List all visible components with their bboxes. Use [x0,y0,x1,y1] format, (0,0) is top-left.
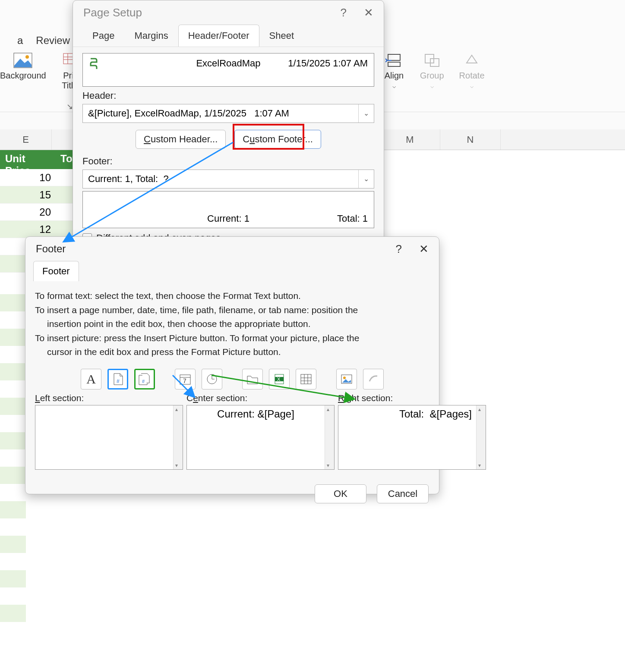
left-section-input[interactable] [35,405,183,470]
footer-preview: Current: 1 Total: 1 [82,191,374,228]
dialog-title: Footer [36,243,66,255]
ribbon-background-button[interactable]: Background [0,52,46,81]
insert-sheet-name-button[interactable] [296,369,316,389]
close-button[interactable]: ✕ [419,242,429,256]
custom-footer-button[interactable]: Custom Footer... [234,130,321,149]
chevron-down-icon: ⌵ [430,82,434,89]
right-section-label: Right section: [338,393,486,403]
insert-number-of-pages-button[interactable]: # [134,369,155,389]
dialog-launcher-icon[interactable]: ↘ [66,102,73,111]
insert-date-button[interactable]: 7 [175,369,196,389]
header-label: Header: [82,90,374,101]
tab-header-footer[interactable]: Header/Footer [178,25,259,47]
insert-time-button[interactable] [202,369,222,389]
insert-file-name-button[interactable]: X [269,369,290,389]
center-section-input[interactable] [186,405,335,470]
table-row[interactable]: 12 [0,221,73,238]
svg-rect-8 [388,62,400,66]
insert-file-path-button[interactable] [242,369,263,389]
table-row[interactable]: 20 [0,204,73,221]
tab-footer[interactable]: Footer [33,261,79,281]
svg-rect-7 [388,54,400,60]
table-row[interactable]: 10 [0,169,73,186]
tab-margins[interactable]: Margins [124,25,178,47]
ribbon-tab-review[interactable]: Review [36,35,70,47]
column-header[interactable]: M [380,129,440,150]
custom-header-button[interactable]: Custom Header... [136,130,226,149]
scrollbar[interactable] [476,405,486,469]
svg-rect-22 [301,374,311,384]
svg-text:#: # [142,379,145,384]
chevron-down-icon[interactable]: ⌄ [358,170,374,188]
format-text-button[interactable]: A [81,369,101,389]
svg-point-1 [25,55,29,59]
scrollbar[interactable] [325,405,334,469]
svg-point-28 [343,377,346,379]
footer-dialog: Footer ? ✕ Footer To format text: select… [25,236,439,494]
footer-dropdown-value[interactable] [83,173,358,185]
ribbon-rotate-button[interactable]: Rotate ⌵ [459,52,485,89]
ribbon-tab-partial[interactable]: a [17,35,23,47]
insert-page-number-button[interactable]: # [107,369,128,389]
chevron-down-icon: ⌵ [470,82,473,89]
tab-sheet[interactable]: Sheet [259,25,304,47]
instructions-text: To format text: select the text, then ch… [35,289,429,359]
header-dropdown-value[interactable] [83,108,358,119]
footer-label: Footer: [82,156,374,167]
page-setup-dialog: Page Setup ? ✕ Page Margins Header/Foote… [73,0,384,242]
image-icon [12,52,34,69]
dialog-title: Page Setup [83,6,142,19]
scrollbar[interactable] [173,405,183,469]
rotate-icon [461,52,483,69]
header-preview: ExcelRoadMap 1/15/2025 1:07 AM [82,53,374,87]
svg-text:X: X [277,377,281,382]
insert-picture-button[interactable] [336,369,357,389]
svg-text:#: # [117,378,120,384]
center-section-label: Center section: [186,393,335,403]
ribbon-align-button[interactable]: Align ⌵ [383,52,405,89]
column-header[interactable]: N [440,129,501,150]
table-row[interactable]: 15 [0,186,73,204]
picture-placeholder-icon [89,58,99,73]
align-icon [383,52,405,69]
column-header[interactable]: E [0,129,52,150]
group-icon [421,52,443,69]
help-button[interactable]: ? [396,242,402,256]
tab-page[interactable]: Page [82,25,124,47]
close-button[interactable]: ✕ [364,6,373,19]
cancel-button[interactable]: Cancel [377,484,429,503]
chevron-down-icon[interactable]: ⌄ [358,104,374,122]
svg-text:7: 7 [183,377,186,384]
header-dropdown[interactable]: ⌄ [82,104,374,123]
format-picture-button[interactable] [363,369,384,389]
ribbon-group-button[interactable]: Group ⌵ [420,52,444,89]
ok-button[interactable]: OK [315,484,366,503]
left-section-label: Left section: [35,393,183,403]
right-section-input[interactable] [338,405,486,470]
chevron-down-icon: ⌵ [392,82,396,89]
footer-dropdown[interactable]: ⌄ [82,170,374,188]
help-button[interactable]: ? [341,6,347,19]
